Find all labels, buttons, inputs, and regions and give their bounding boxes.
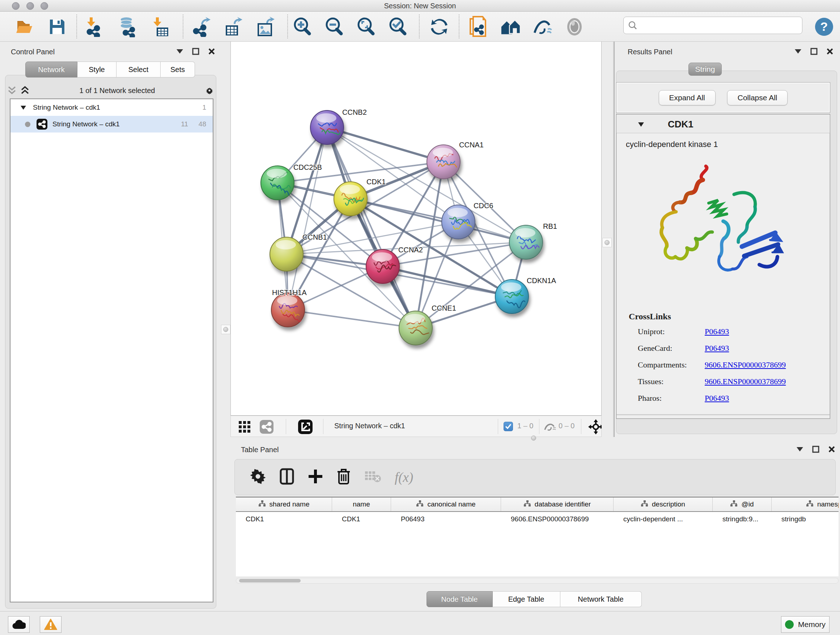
column-header-description[interactable]: description: [614, 497, 713, 511]
table-cell[interactable]: CDK1: [236, 512, 332, 526]
network-node-CDC6[interactable]: CDC6: [442, 202, 493, 239]
table-cell[interactable]: CDK1: [332, 512, 391, 526]
gene-header-row[interactable]: CDK1: [616, 115, 830, 133]
columns-icon[interactable]: [279, 468, 294, 486]
close-panel-icon[interactable]: [826, 48, 834, 55]
trash-icon[interactable]: [337, 468, 351, 486]
crosslink-link[interactable]: P06493: [705, 327, 729, 336]
table-cell[interactable]: stringdb:9...: [713, 512, 772, 526]
import-table-icon[interactable]: [151, 17, 172, 37]
share-view-icon[interactable]: [260, 420, 273, 435]
table-row[interactable]: CDK1CDK1P064939606.ENSP00000378699cyclin…: [236, 512, 838, 526]
network-edge[interactable]: [288, 127, 327, 310]
collapse-panel-icon[interactable]: [794, 48, 802, 55]
network-node-RB1[interactable]: RB1: [509, 222, 557, 259]
crosshair-icon[interactable]: [588, 419, 603, 436]
network-canvas[interactable]: CCNB2CCNA1CDC25BCDK1CDC6RB1CCNB1CCNA2CDK…: [231, 42, 602, 416]
splitter-handle-icon[interactable]: [223, 327, 228, 332]
add-icon[interactable]: [308, 469, 323, 486]
network-collection-row[interactable]: String Network – cdk1 1: [11, 99, 213, 116]
node-table[interactable]: shared namenamecanonical namedatabase id…: [236, 497, 838, 576]
tab-network-table[interactable]: Network Table: [561, 591, 642, 607]
crosslink-link[interactable]: P06493: [705, 344, 729, 353]
zoom-selected-icon[interactable]: [388, 17, 408, 37]
expand-all-button[interactable]: Expand All: [659, 90, 715, 105]
network-graph[interactable]: CCNB2CCNA1CDC25BCDK1CDC6RB1CCNB1CCNA2CDK…: [231, 42, 601, 415]
network-node-CDK1[interactable]: CDK1: [334, 178, 386, 216]
tab-sets[interactable]: Sets: [161, 62, 195, 78]
collapse-panel-icon[interactable]: [796, 445, 804, 453]
warning-button[interactable]: [40, 616, 62, 633]
zoom-in-icon[interactable]: [292, 17, 313, 37]
splitter-handle-icon[interactable]: [531, 435, 536, 440]
tab-node-table[interactable]: Node Table: [426, 591, 493, 607]
network-node-CCNA1[interactable]: CCNA1: [427, 141, 484, 179]
network-options-gear-icon[interactable]: [205, 87, 213, 95]
share-file-icon[interactable]: [468, 17, 488, 37]
selected-checkbox-icon[interactable]: [504, 422, 513, 431]
tab-edge-table[interactable]: Edge Table: [493, 591, 561, 607]
column-header-namespace[interactable]: namespace: [772, 497, 838, 511]
collection-expand-icon[interactable]: [21, 106, 26, 110]
collapse-panel-icon[interactable]: [176, 48, 184, 55]
collapse-all-networks-icon[interactable]: [8, 87, 16, 95]
network-edge[interactable]: [383, 266, 512, 296]
memory-button[interactable]: Memory: [781, 616, 829, 633]
import-network-database-icon[interactable]: [118, 17, 138, 37]
crosslink-link[interactable]: 9606.ENSP00000378699: [705, 360, 786, 370]
expand-all-networks-icon[interactable]: [21, 87, 29, 95]
cloud-button[interactable]: [8, 616, 30, 633]
export-image-icon[interactable]: [256, 17, 276, 37]
tab-string[interactable]: String: [688, 63, 722, 76]
function-icon[interactable]: f(x): [395, 470, 413, 485]
left-splitter[interactable]: [221, 42, 231, 437]
network-row[interactable]: String Network – cdk1 11 48: [11, 116, 213, 133]
column-header-@id[interactable]: @id: [713, 497, 772, 511]
refresh-icon[interactable]: [429, 17, 449, 37]
table-cell[interactable]: stringdb: [772, 512, 838, 526]
close-panel-icon[interactable]: [208, 48, 216, 55]
column-header-canonical-name[interactable]: canonical name: [391, 497, 501, 511]
crosslink-link[interactable]: 9606.ENSP00000378699: [705, 377, 786, 386]
splitter-handle-icon[interactable]: [605, 240, 609, 245]
gene-collapse-icon[interactable]: [638, 122, 644, 127]
table-cell[interactable]: cyclin-dependent ...: [614, 512, 713, 526]
import-network-file-icon[interactable]: [85, 17, 105, 37]
network-home-icon[interactable]: [501, 17, 521, 37]
zoom-out-icon[interactable]: [324, 17, 344, 37]
horizontal-splitter[interactable]: [228, 437, 840, 441]
network-edge[interactable]: [351, 199, 526, 242]
right-splitter[interactable]: [602, 42, 613, 437]
network-edge[interactable]: [327, 127, 416, 328]
table-horizontal-scrollbar[interactable]: [236, 578, 838, 584]
crosslink-link[interactable]: P06493: [705, 394, 729, 403]
tab-style[interactable]: Style: [77, 62, 117, 78]
float-panel-icon[interactable]: [812, 445, 820, 453]
save-session-icon[interactable]: [47, 17, 67, 37]
float-panel-icon[interactable]: [192, 48, 200, 55]
tab-select[interactable]: Select: [117, 62, 161, 78]
tab-network[interactable]: Network: [25, 62, 77, 78]
search-input[interactable]: [638, 21, 802, 29]
help-icon[interactable]: ?: [814, 17, 834, 37]
network-node-HIST1H1A[interactable]: HIST1H1A: [271, 288, 307, 327]
column-header-name[interactable]: name: [332, 497, 391, 511]
network-node-CDKN1A[interactable]: CDKN1A: [495, 277, 556, 314]
table-cell[interactable]: P06493: [391, 512, 501, 526]
network-edge[interactable]: [288, 310, 416, 328]
open-file-icon[interactable]: [14, 17, 35, 37]
export-network-icon[interactable]: [192, 17, 212, 37]
grid-view-icon[interactable]: [239, 421, 251, 434]
gray-sphere-icon[interactable]: [564, 17, 584, 37]
birdseye-icon[interactable]: [298, 420, 313, 435]
hide-unhide-icon[interactable]: [532, 17, 553, 37]
zoom-fit-icon[interactable]: [356, 17, 376, 37]
collapse-all-button[interactable]: Collapse All: [727, 90, 788, 105]
network-edge[interactable]: [327, 127, 444, 162]
hidden-eye-icon[interactable]: [544, 422, 556, 432]
gear-icon[interactable]: [250, 469, 266, 486]
table-cell[interactable]: 9606.ENSP00000378699: [501, 512, 614, 526]
export-table-icon[interactable]: [223, 17, 243, 37]
float-panel-icon[interactable]: [810, 48, 818, 55]
close-panel-icon[interactable]: [828, 445, 836, 453]
